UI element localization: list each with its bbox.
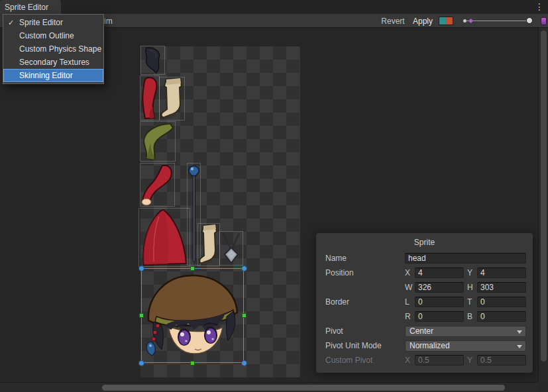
t-prefix: T [467, 297, 474, 307]
checkmark-icon: ✓ [8, 19, 14, 27]
sprite-selection-rect[interactable] [141, 268, 244, 363]
sprite-head [142, 269, 243, 362]
position-y-input[interactable] [477, 268, 526, 278]
sprite-boot-2[interactable] [198, 224, 219, 266]
window-title-bar: Sprite Editor ⋮ [0, 0, 548, 14]
selection-edge-handle-right[interactable] [242, 313, 247, 318]
border-r-input[interactable] [415, 311, 464, 322]
zoom-slider-track[interactable] [466, 21, 529, 21]
horizontal-scrollbar[interactable] [0, 382, 538, 392]
sprite-green-scarf[interactable] [140, 122, 175, 161]
selection-corner-handle-tr[interactable] [241, 266, 247, 271]
selection-corner-handle-bl[interactable] [138, 360, 144, 366]
menu-item-skinning-editor[interactable]: Skinning Editor [3, 69, 103, 82]
scrollbar-corner [538, 382, 548, 392]
kebab-menu-icon[interactable]: ⋮ [535, 1, 544, 12]
pivot-row: Pivot Center [316, 324, 533, 338]
custom-pivot-label: Custom Pivot [325, 356, 405, 365]
sprite-red-sleeve[interactable] [140, 76, 159, 120]
border-row-rb: R B [316, 309, 533, 324]
chevron-down-icon [517, 330, 522, 334]
pivot-unit-mode-value: Normalized [410, 341, 450, 350]
pivot-unit-mode-row: Pivot Unit Mode Normalized [316, 338, 533, 353]
color-mode-icon-right [446, 17, 453, 24]
position-row-wh: W H [316, 280, 533, 295]
selection-edge-handle-top[interactable] [190, 266, 195, 271]
menu-item-custom-physics-shape[interactable]: Custom Physics Shape [3, 42, 103, 56]
sprite-inspector-panel: Sprite Name Position X Y W H Border L T [316, 233, 533, 373]
x-prefix: X [405, 268, 411, 277]
vertical-scrollbar-thumb[interactable] [541, 30, 547, 362]
b-prefix: B [467, 312, 474, 321]
menu-item-sprite-editor[interactable]: ✓ Sprite Editor [3, 16, 103, 29]
pivot-unit-mode-label: Pivot Unit Mode [325, 341, 405, 350]
position-label: Position [325, 268, 405, 277]
border-l-input[interactable] [415, 297, 464, 307]
sprite-amulet[interactable] [220, 232, 243, 265]
menu-item-custom-outline[interactable]: Custom Outline [3, 29, 103, 42]
position-h-input[interactable] [477, 282, 526, 293]
w-prefix: W [405, 283, 411, 292]
custom-pivot-row: Custom Pivot X Y [316, 353, 533, 368]
h-prefix: H [467, 283, 474, 292]
panel-title: Sprite [316, 233, 533, 251]
selection-corner-handle-br[interactable] [241, 360, 247, 366]
custom-x-prefix: X [405, 356, 411, 365]
color-mode-icon-left [439, 17, 446, 24]
mipmap-icon[interactable] [541, 17, 547, 25]
position-x-input[interactable] [415, 268, 464, 278]
pivot-dropdown[interactable]: Center [405, 326, 526, 337]
pivot-label: Pivot [325, 326, 405, 336]
border-t-input[interactable] [477, 297, 526, 307]
l-prefix: L [405, 297, 411, 307]
sprite-red-hat[interactable] [139, 209, 190, 266]
apply-button[interactable]: Apply [410, 14, 436, 28]
pivot-unit-mode-dropdown[interactable]: Normalized [405, 340, 526, 352]
border-row-lt: Border L T [316, 295, 533, 309]
color-mode-icon[interactable] [439, 17, 453, 25]
y-prefix: Y [467, 268, 474, 277]
sprite-boot[interactable] [160, 77, 184, 120]
name-input[interactable] [405, 253, 526, 264]
r-prefix: R [405, 312, 411, 321]
window-tab[interactable]: Sprite Editor [0, 0, 61, 14]
custom-y-prefix: Y [467, 356, 474, 365]
selection-edge-handle-left[interactable] [139, 313, 144, 318]
zoom-slider-marker [468, 19, 473, 23]
horizontal-scrollbar-thumb[interactable] [102, 385, 505, 391]
vertical-scrollbar[interactable] [538, 28, 548, 382]
menu-item-secondary-textures[interactable]: Secondary Textures [3, 56, 103, 69]
border-label: Border [325, 297, 405, 307]
sprite-hair-tuft[interactable] [141, 46, 164, 74]
custom-pivot-x-input [415, 355, 464, 366]
chevron-down-icon [517, 345, 522, 348]
zoom-slider[interactable] [461, 14, 535, 28]
border-b-input[interactable] [477, 311, 526, 322]
selection-corner-handle-tl[interactable] [138, 266, 144, 271]
revert-button[interactable]: Revert [378, 14, 408, 28]
custom-pivot-y-input [477, 355, 526, 366]
zoom-slider-handle[interactable] [526, 17, 533, 24]
name-label: Name [325, 254, 405, 263]
window-tab-title: Sprite Editor [5, 3, 48, 12]
name-row: Name [316, 251, 533, 266]
pivot-value: Center [410, 326, 433, 336]
position-w-input[interactable] [415, 282, 464, 293]
position-row-xy: Position X Y [316, 266, 533, 280]
selection-edge-handle-bottom[interactable] [190, 361, 195, 366]
sprite-editor-mode-menu: ✓ Sprite Editor Custom Outline Custom Ph… [3, 14, 104, 84]
sprite-red-arm[interactable] [140, 164, 174, 206]
